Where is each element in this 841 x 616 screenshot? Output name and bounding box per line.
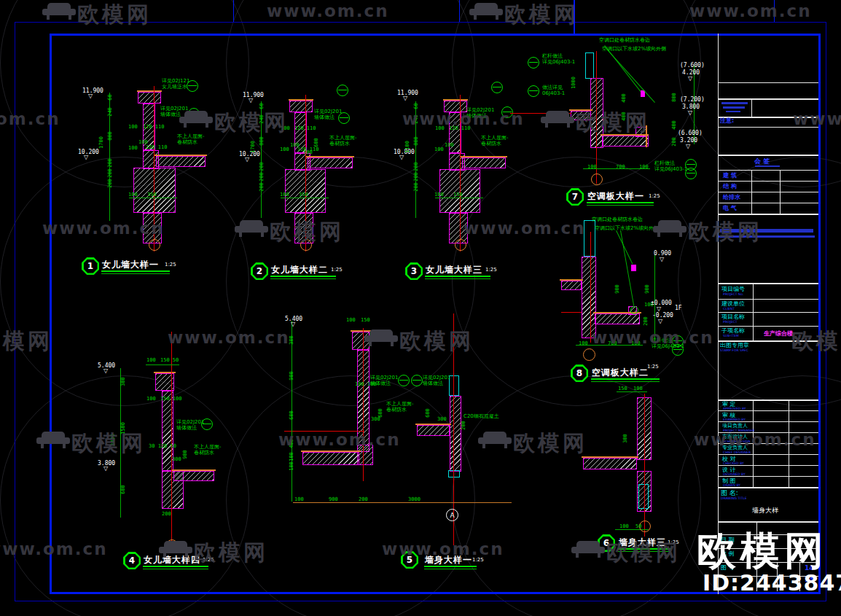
sofa-icon <box>469 3 503 20</box>
detail-title: 女儿墙大样二 <box>271 264 328 276</box>
sofa-icon <box>571 541 605 558</box>
sofa-icon <box>364 330 398 347</box>
logo-text <box>723 106 745 109</box>
top-tick <box>233 0 234 22</box>
detail-scale: 1:25 <box>331 267 343 273</box>
cad-sheet: 11.900▽ 10.200▽ 60 240 800 1700 200 200 … <box>0 0 841 616</box>
detail-ref-bubble <box>338 112 350 124</box>
sofa-icon <box>478 432 512 449</box>
sofa-icon <box>159 541 192 558</box>
sofa-icon <box>235 220 268 238</box>
elevation-value: 11.900 <box>82 88 103 94</box>
detail-number-badge: 2 <box>251 262 268 280</box>
subitem-value: 生产综合楼 <box>764 330 793 338</box>
detail-ref-bubble <box>491 82 503 93</box>
detail-ref-bubble <box>685 168 697 179</box>
notice-label: 注意: <box>720 118 734 124</box>
sofa-icon <box>653 220 687 238</box>
drawing-name-label: 图 名: <box>721 490 738 496</box>
detail-scale: 1:25 <box>485 267 497 273</box>
sofa-icon <box>179 111 213 128</box>
detail-scale: 1:25 <box>165 262 176 268</box>
top-tick <box>459 0 460 22</box>
sofa-icon <box>36 432 70 449</box>
sofa-icon <box>42 3 76 20</box>
detail-title: 空调板大样一 <box>587 190 644 203</box>
detail-ref-bubble <box>187 80 198 92</box>
stamp-label: 出图专用章 <box>720 343 749 348</box>
detail-title: 女儿墙大样一 <box>102 259 159 271</box>
elevation-value: 10.200 <box>78 149 99 155</box>
drawing-name-value: 墙身大样 <box>752 506 778 515</box>
logo-text <box>726 111 740 112</box>
watermark-id: ID:2443847 <box>703 570 841 596</box>
detail-ref-bubble <box>528 85 539 97</box>
detail-number-badge: 1 <box>82 257 99 275</box>
detail-title: 空调板大样二 <box>592 367 649 379</box>
detail-ref-bubble <box>398 375 410 386</box>
sofa-icon <box>541 111 574 128</box>
elevation-value: 11.900 <box>243 93 264 98</box>
axis-bubble: A <box>446 509 458 521</box>
logo-text <box>721 102 748 104</box>
elevation-value: 11.900 <box>397 90 418 96</box>
detail-title: 女儿墙大样三 <box>426 264 482 276</box>
detail-ref-bubble <box>411 375 423 386</box>
detail-scale: 1:25 <box>647 364 659 370</box>
detail-ref-bubble <box>337 85 348 96</box>
sign-header: 会 签 <box>754 158 770 165</box>
detail-ref-bubble <box>201 418 213 430</box>
detail-ref-bubble <box>528 57 539 69</box>
detail-scale: 1:25 <box>649 193 660 199</box>
